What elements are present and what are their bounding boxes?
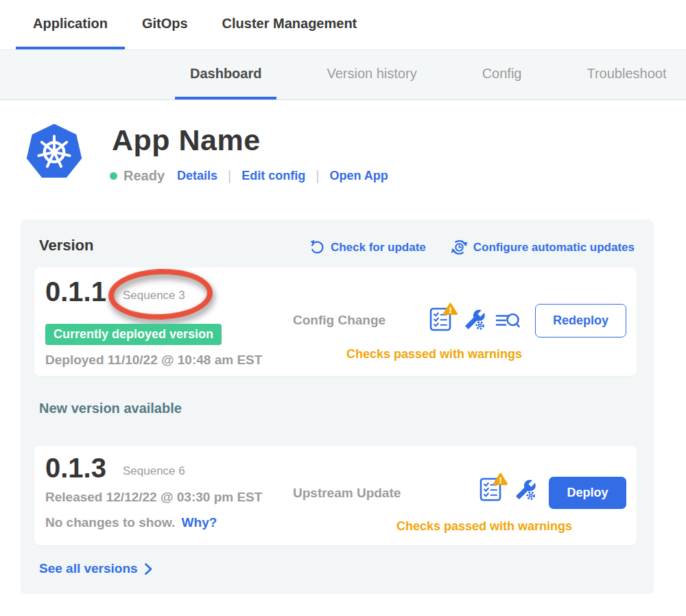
version-heading: Version (39, 237, 93, 254)
admin-console-page: Application GitOps Cluster Management Da… (0, 0, 686, 616)
new-version-card: 0.1.3 Sequence 6 Released 12/12/22 @ 03:… (34, 446, 637, 545)
file-search-icon[interactable] (495, 311, 521, 335)
deployed-timestamp: Deployed 11/10/22 @ 10:48 am EST (45, 353, 262, 368)
why-link[interactable]: Why? (182, 515, 217, 530)
see-all-versions-label: See all versions (39, 561, 138, 576)
no-changes-label: No changes to show. (45, 515, 175, 530)
deploy-button[interactable]: Deploy (549, 477, 626, 509)
status-badge: Ready (123, 168, 165, 184)
configure-automatic-updates-label: Configure automatic updates (473, 241, 635, 254)
new-version-sequence: Sequence 6 (123, 464, 185, 478)
status-dot (110, 172, 117, 180)
configure-automatic-updates-link[interactable]: Configure automatic updates (451, 239, 635, 256)
tab-dashboard[interactable]: Dashboard (175, 50, 276, 99)
page-title: App Name (112, 123, 261, 157)
tab-gitops[interactable]: GitOps (125, 0, 205, 49)
tab-troubleshoot[interactable]: Troubleshoot (571, 50, 681, 99)
divider: | (228, 168, 231, 184)
top-nav: Application GitOps Cluster Management (0, 0, 686, 49)
check-for-update-link[interactable]: Check for update (309, 239, 426, 256)
tab-application[interactable]: Application (16, 0, 125, 49)
version-actions: Check for update Configure automatic upd… (309, 239, 635, 256)
new-version-banner: New version available (39, 401, 182, 416)
new-change-type: Upstream Update (293, 486, 401, 501)
tab-version-history[interactable]: Version history (311, 50, 431, 99)
redeploy-button[interactable]: Redeploy (535, 304, 626, 337)
current-change-type: Config Change (293, 313, 386, 328)
current-version-number: 0.1.1 (45, 276, 106, 307)
open-app-link[interactable]: Open App (329, 169, 388, 183)
tab-config[interactable]: Config (467, 50, 537, 99)
current-version-card: 0.1.1 Sequence 3 Currently deployed vers… (34, 268, 637, 376)
wrench-gear-icon[interactable] (464, 309, 486, 333)
released-timestamp: Released 12/12/22 @ 03:30 pm EST (45, 490, 262, 505)
app-sub-nav: Dashboard Version history Config Trouble… (0, 49, 686, 100)
new-checks-status: Checks passed with warnings (397, 519, 572, 534)
currently-deployed-badge: Currently deployed version (45, 324, 222, 345)
current-checks-status: Checks passed with warnings (346, 347, 522, 362)
tab-cluster-management[interactable]: Cluster Management (205, 0, 375, 49)
refresh-icon (309, 239, 325, 255)
app-status-row: Ready Details | Edit config | Open App (110, 167, 388, 185)
new-version-number: 0.1.3 (45, 453, 106, 484)
chevron-right-icon (144, 562, 153, 576)
checklist-warning-icon[interactable] (429, 302, 458, 335)
check-for-update-label: Check for update (331, 241, 426, 254)
checklist-warning-icon[interactable] (479, 472, 508, 505)
divider: | (316, 168, 319, 184)
details-link[interactable]: Details (177, 169, 217, 183)
wrench-gear-icon[interactable] (515, 479, 536, 503)
schedule-refresh-icon (451, 239, 468, 256)
current-version-sequence: Sequence 3 (123, 289, 185, 303)
version-panel: Version Check for update (21, 220, 654, 594)
edit-config-link[interactable]: Edit config (241, 169, 305, 183)
no-changes-text: No changes to show. Why? (45, 515, 217, 530)
see-all-versions-link[interactable]: See all versions (39, 561, 153, 576)
kubernetes-logo (25, 121, 84, 181)
